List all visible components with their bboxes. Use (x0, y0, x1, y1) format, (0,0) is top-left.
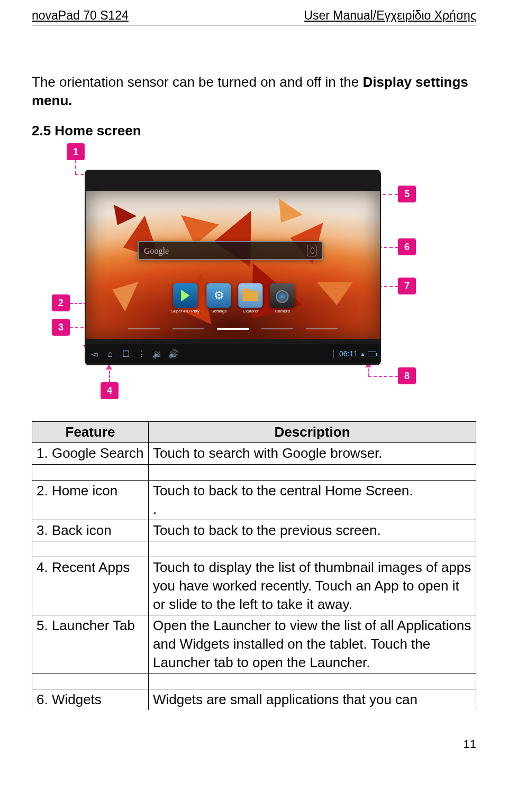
callout-6: 6 (398, 238, 416, 255)
feature-cell: 5. Launcher Tab (32, 615, 149, 673)
app-caption: Settings (211, 309, 226, 315)
page-indicator (128, 327, 338, 330)
app-explorer[interactable]: Explorer (239, 283, 263, 315)
app-settings[interactable]: ⚙ Settings (207, 283, 231, 315)
table-row: 6. Widgets Widgets are small application… (32, 689, 476, 710)
google-widget-label: Google (144, 245, 169, 257)
nav-bar: ◅ ⌂ ☐ ⋮ 🔉 🔊 06:11 (86, 344, 379, 363)
feature-cell: 4. Recent Apps (32, 557, 149, 615)
feature-cell: 3. Back icon (32, 520, 149, 541)
intro-text-a: The orientation sensor can be turned on … (32, 74, 362, 90)
recent-apps-icon[interactable]: ☐ (118, 348, 134, 360)
callout-line (75, 160, 76, 174)
app-superhd[interactable]: Super-HD Play (171, 283, 199, 315)
callout-2: 2 (52, 294, 70, 311)
mic-icon[interactable] (307, 245, 316, 256)
google-search-widget[interactable]: Google (138, 241, 323, 260)
callout-4: 4 (101, 382, 119, 399)
header-right: User Manual/Εγχειρίδιο Χρήσης (304, 7, 476, 24)
description-cell: Touch to display the list of thumbnail i… (149, 557, 476, 615)
status-area[interactable]: 06:11 (333, 349, 376, 359)
callout-3: 3 (52, 319, 70, 336)
callout-8: 8 (398, 367, 416, 384)
table-row: 1. Google Search Touch to search with Go… (32, 443, 476, 464)
app-dock: Super-HD Play ⚙ Settings Explorer (171, 283, 294, 315)
menu-icon[interactable]: ⋮ (134, 348, 150, 360)
feature-cell: 2. Home icon (32, 480, 149, 520)
app-caption: Explorer (243, 309, 259, 315)
feature-table: Feature Description 1. Google Search Tou… (32, 421, 476, 710)
wallpaper (86, 191, 380, 339)
app-caption: Camera (275, 309, 289, 315)
callout-1: 1 (67, 143, 85, 160)
app-caption: Super-HD Play (171, 309, 199, 315)
page-header: novaPad 70 S124 User Manual/Εγχειρίδιο Χ… (32, 7, 476, 25)
table-row: 3. Back icon Touch to back to the previo… (32, 520, 476, 541)
table-header-feature: Feature (32, 422, 149, 443)
intro-paragraph: The orientation sensor can be turned on … (32, 73, 476, 110)
table-row: 5. Launcher Tab Open the Launcher to vie… (32, 615, 476, 673)
table-row: 4. Recent Apps Touch to display the list… (32, 557, 476, 615)
description-cell: Open the Launcher to view the list of al… (149, 615, 476, 673)
volume-down-icon[interactable]: 🔉 (150, 348, 166, 360)
wifi-icon (361, 349, 365, 359)
table-header-description: Description (149, 422, 476, 443)
description-cell: Touch to back to the central Home Screen… (149, 480, 476, 520)
callout-7: 7 (398, 278, 416, 294)
header-left: novaPad 70 S124 (32, 7, 129, 24)
volume-up-icon[interactable]: 🔊 (166, 348, 182, 360)
section-title: 2.5 Home screen (32, 122, 476, 140)
tablet-screen: g (85, 170, 381, 365)
table-row: 2. Home icon Touch to back to the centra… (32, 480, 476, 520)
description-cell: Widgets are small applications that you … (149, 689, 476, 710)
clock-text: 06:11 (339, 349, 358, 359)
annotated-screenshot: 1 2 3 4 5 6 7 (21, 143, 402, 402)
battery-icon (368, 352, 376, 356)
back-icon[interactable]: ◅ (86, 348, 102, 360)
feature-cell: 6. Widgets (32, 689, 149, 710)
description-cell: Touch to search with Google browser. (149, 443, 476, 464)
callout-line (368, 376, 398, 377)
page-number: 11 (32, 736, 476, 752)
home-icon[interactable]: ⌂ (102, 348, 118, 360)
app-camera[interactable]: Camera (270, 283, 295, 315)
callout-5: 5 (398, 186, 416, 202)
feature-cell: 1. Google Search (32, 443, 149, 464)
description-cell: Touch to back to the previous screen. (149, 520, 476, 541)
